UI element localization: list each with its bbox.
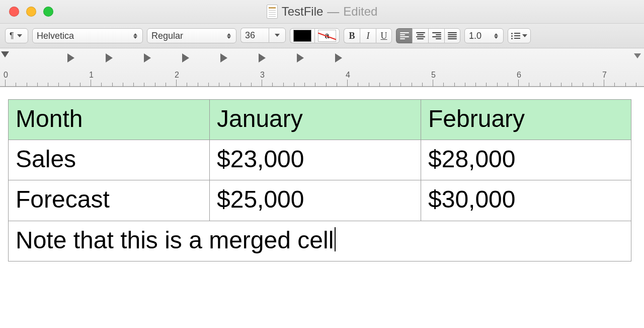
tab-stop-marker[interactable]	[144, 53, 151, 62]
align-justify-icon	[448, 32, 457, 39]
table-cell[interactable]: $28,000	[421, 140, 631, 180]
ruler-number: 2	[175, 71, 179, 80]
align-left-icon	[400, 32, 409, 39]
highlight-color-button[interactable]: a	[314, 28, 340, 43]
title-separator: —	[327, 5, 339, 19]
tab-stop-marker[interactable]	[259, 53, 266, 62]
ruler-number: 6	[517, 71, 521, 80]
window-title: TestFile — Edited	[267, 5, 378, 19]
table-cell[interactable]: Forecast	[9, 180, 210, 221]
tab-stop-marker[interactable]	[297, 53, 304, 62]
font-style-value: Regular	[151, 31, 223, 41]
ruler-number: 7	[602, 71, 607, 80]
line-spacing-value: 1.0	[469, 31, 490, 41]
table-cell[interactable]: Sales	[9, 140, 210, 180]
header-cell[interactable]: February	[421, 100, 631, 140]
align-center-icon	[416, 32, 425, 39]
italic-icon: I	[367, 31, 370, 41]
table-row[interactable]: Forecast $25,000 $30,000	[9, 180, 631, 221]
table-cell[interactable]: $30,000	[421, 180, 631, 221]
font-size-group: 36	[240, 28, 286, 44]
font-family-value: Helvetica	[37, 31, 129, 41]
document-icon	[267, 5, 278, 19]
text-color-button[interactable]	[290, 28, 314, 43]
document-filename: TestFile	[282, 5, 324, 19]
horizontal-ruler[interactable]: 01234567	[0, 67, 644, 87]
table-row[interactable]: Sales $23,000 $28,000	[9, 140, 631, 180]
tab-stop-marker[interactable]	[182, 53, 189, 62]
font-size-input[interactable]: 36	[240, 28, 269, 43]
header-cell[interactable]: Month	[9, 100, 210, 140]
table-cell[interactable]: $23,000	[210, 140, 421, 180]
table-cell[interactable]: $25,000	[210, 180, 421, 221]
ruler-number: 5	[431, 71, 436, 80]
no-highlight-swatch-icon: a	[318, 30, 336, 42]
zoom-window-button[interactable]	[43, 7, 53, 17]
tab-stop-row[interactable]	[0, 53, 644, 65]
ruler-expand-icon[interactable]	[634, 53, 641, 58]
tab-stop-marker[interactable]	[220, 53, 227, 62]
close-window-button[interactable]	[9, 7, 19, 17]
underline-icon: U	[381, 31, 387, 41]
merged-cell[interactable]: Note that this is a merged cell	[9, 221, 631, 261]
format-toolbar: ¶ Helvetica Regular 36 a B I U	[0, 24, 644, 48]
pilcrow-icon: ¶	[10, 31, 14, 40]
font-size-menu-button[interactable]	[269, 28, 286, 43]
align-right-icon	[432, 32, 441, 39]
ruler-number: 0	[4, 71, 8, 80]
chevron-down-icon	[522, 34, 527, 37]
stepper-icon	[132, 29, 138, 43]
tab-stop-marker[interactable]	[67, 53, 74, 62]
document-edited-status: Edited	[343, 5, 377, 19]
text-color-swatch-icon	[293, 30, 311, 42]
merged-cell-text: Note that this is a merged cell	[16, 227, 334, 253]
data-table[interactable]: Month January February Sales $23,000 $28…	[8, 99, 631, 261]
window-titlebar: TestFile — Edited	[0, 0, 644, 24]
chevron-down-icon	[275, 34, 280, 37]
paragraph-style-menu[interactable]: ¶	[5, 28, 28, 43]
tab-stop-marker[interactable]	[106, 53, 113, 62]
italic-button[interactable]: I	[360, 28, 376, 43]
stepper-icon	[493, 29, 499, 43]
minimize-window-button[interactable]	[26, 7, 36, 17]
align-right-button[interactable]	[428, 28, 444, 43]
text-style-group: B I U	[344, 28, 392, 43]
ruler-number: 4	[346, 71, 350, 80]
chevron-down-icon	[17, 34, 22, 37]
table-merged-row[interactable]: Note that this is a merged cell	[9, 221, 631, 261]
bulleted-list-icon	[511, 32, 520, 39]
bold-button[interactable]: B	[344, 28, 360, 43]
bold-icon: B	[349, 31, 355, 41]
font-family-select[interactable]: Helvetica	[32, 28, 143, 43]
first-line-indent-marker[interactable]	[1, 51, 9, 57]
line-spacing-select[interactable]: 1.0	[464, 28, 504, 43]
font-style-select[interactable]: Regular	[147, 28, 236, 43]
ruler-area: 01234567	[0, 48, 644, 87]
stepper-icon	[226, 29, 232, 43]
document-canvas[interactable]: Month January February Sales $23,000 $28…	[0, 87, 644, 261]
font-size-value: 36	[245, 30, 265, 41]
ruler-number: 3	[260, 71, 265, 80]
tab-stop-marker[interactable]	[335, 53, 342, 62]
underline-button[interactable]: U	[376, 28, 392, 43]
align-center-button[interactable]	[412, 28, 428, 43]
align-justify-button[interactable]	[444, 28, 460, 43]
list-style-menu[interactable]	[508, 28, 531, 43]
table-header-row[interactable]: Month January February	[9, 100, 631, 140]
color-group: a	[290, 28, 340, 43]
alignment-group	[396, 28, 460, 43]
window-controls	[9, 7, 53, 17]
align-left-button[interactable]	[396, 28, 412, 43]
header-cell[interactable]: January	[210, 100, 421, 140]
ruler-number: 1	[89, 71, 94, 80]
text-cursor	[335, 227, 336, 251]
